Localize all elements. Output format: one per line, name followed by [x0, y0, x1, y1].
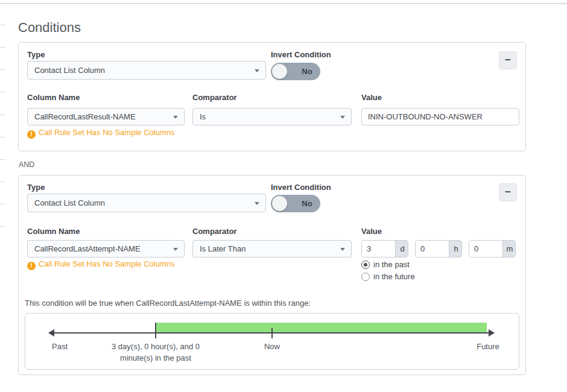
- minutes-input-group: m: [469, 240, 516, 258]
- timeline-now-tick: [271, 328, 273, 338]
- chevron-down-icon: [173, 116, 178, 119]
- remove-condition-button[interactable]: −: [499, 51, 517, 69]
- warning-text: Call Rule Set Has No Sample Columns: [39, 128, 174, 137]
- minutes-input[interactable]: [469, 241, 502, 257]
- type-select[interactable]: Contact List Column: [27, 61, 266, 80]
- arrow-right-icon: [489, 329, 495, 337]
- toggle-knob: [272, 64, 287, 79]
- hours-input-group: h: [415, 240, 462, 258]
- invert-condition-toggle[interactable]: No: [271, 195, 320, 212]
- left-edge-divider: [0, 204, 5, 204]
- column-name-label: Column Name: [27, 227, 80, 236]
- column-name-select[interactable]: CallRecordLastAttempt-NAME: [27, 240, 185, 258]
- column-name-select[interactable]: CallRecordLastResult-NAME: [27, 108, 185, 125]
- timeline-offset-line2: minute(s) in the past: [107, 352, 204, 364]
- type-label: Type: [27, 183, 45, 192]
- type-label: Type: [27, 50, 45, 59]
- column-name-label: Column Name: [27, 93, 80, 102]
- radio-past-label: in the past: [373, 260, 410, 269]
- comparator-label: Comparator: [192, 227, 237, 236]
- left-edge-divider: [0, 47, 5, 48]
- type-select[interactable]: Contact List Column: [27, 194, 266, 212]
- warning-icon: !: [27, 130, 36, 139]
- days-input[interactable]: [362, 241, 395, 257]
- radio-selected-icon: [361, 261, 370, 269]
- days-input-group: d: [361, 240, 408, 258]
- value-label: Value: [361, 93, 382, 102]
- hours-unit-label: h: [449, 241, 462, 257]
- chevron-down-icon: [255, 69, 259, 72]
- and-operator-label: AND: [19, 160, 34, 169]
- conditions-page: Conditions Type Contact List Column Inve…: [0, 0, 567, 392]
- range-description-text: This condition will be true when CallRec…: [25, 299, 311, 308]
- sample-columns-warning: !Call Rule Set Has No Sample Columns: [27, 128, 174, 139]
- left-edge-divider: [0, 182, 5, 182]
- comparator-select[interactable]: Is: [192, 108, 352, 125]
- chevron-down-icon: [173, 248, 178, 251]
- comparator-select[interactable]: Is Later Than: [192, 240, 352, 258]
- left-edge-divider: [0, 25, 5, 25]
- toggle-state-label: No: [295, 195, 319, 212]
- comparator-select-value: Is Later Than: [200, 244, 245, 253]
- minutes-unit-label: m: [502, 241, 516, 257]
- page-title: Conditions: [18, 20, 81, 36]
- days-unit-label: d: [395, 241, 408, 257]
- chevron-down-icon: [340, 116, 345, 119]
- radio-future-label: in the future: [373, 272, 415, 281]
- timeline-visualization: Past 3 day(s), 0 hour(s), and 0 minute(s…: [25, 313, 519, 370]
- remove-condition-button[interactable]: −: [499, 183, 517, 201]
- comparator-label: Comparator: [192, 93, 237, 102]
- arrow-left-icon: [48, 329, 54, 337]
- timeline-offset-label: 3 day(s), 0 hour(s), and 0 minute(s) in …: [107, 341, 204, 364]
- column-name-select-value: CallRecordLastResult-NAME: [34, 112, 136, 121]
- invert-condition-toggle[interactable]: No: [271, 63, 320, 80]
- left-edge-divider: [0, 137, 5, 138]
- invert-condition-label: Invert Condition: [271, 50, 331, 59]
- condition-card-2: Type Contact List Column Invert Conditio…: [18, 175, 526, 375]
- type-select-value: Contact List Column: [34, 198, 105, 207]
- value-input[interactable]: [361, 108, 519, 125]
- hours-input[interactable]: [416, 241, 449, 257]
- toggle-knob: [272, 196, 287, 211]
- condition-card-1: Type Contact List Column Invert Conditio…: [18, 42, 526, 151]
- timeline-range-bar: [156, 323, 487, 332]
- warning-text: Call Rule Set Has No Sample Columns: [39, 259, 174, 268]
- value-label: Value: [361, 227, 382, 236]
- timeline-start-tick: [155, 323, 156, 338]
- timeline-past-label: Past: [44, 341, 75, 352]
- column-name-select-value: CallRecordLastAttempt-NAME: [34, 244, 141, 253]
- left-edge-divider: [0, 69, 5, 70]
- timeline-future-label: Future: [470, 341, 506, 352]
- left-edge-divider: [0, 159, 5, 160]
- timeline-now-label: Now: [254, 341, 290, 352]
- chevron-down-icon: [340, 248, 345, 251]
- warning-icon: !: [27, 262, 36, 270]
- toggle-state-label: No: [295, 63, 319, 80]
- left-edge-divider: [0, 92, 5, 92]
- left-edge-divider: [0, 226, 5, 227]
- chevron-down-icon: [255, 202, 259, 205]
- radio-in-the-past[interactable]: in the past: [361, 260, 410, 269]
- timeline-offset-line1: 3 day(s), 0 hour(s), and 0: [107, 341, 204, 352]
- invert-condition-label: Invert Condition: [271, 183, 331, 192]
- sample-columns-warning: !Call Rule Set Has No Sample Columns: [27, 259, 174, 270]
- left-edge-divider: [0, 115, 5, 115]
- top-divider: [0, 3, 567, 4]
- type-select-value: Contact List Column: [34, 66, 105, 75]
- radio-in-the-future[interactable]: in the future: [361, 272, 415, 281]
- radio-unselected-icon: [361, 273, 370, 281]
- comparator-select-value: Is: [200, 112, 206, 121]
